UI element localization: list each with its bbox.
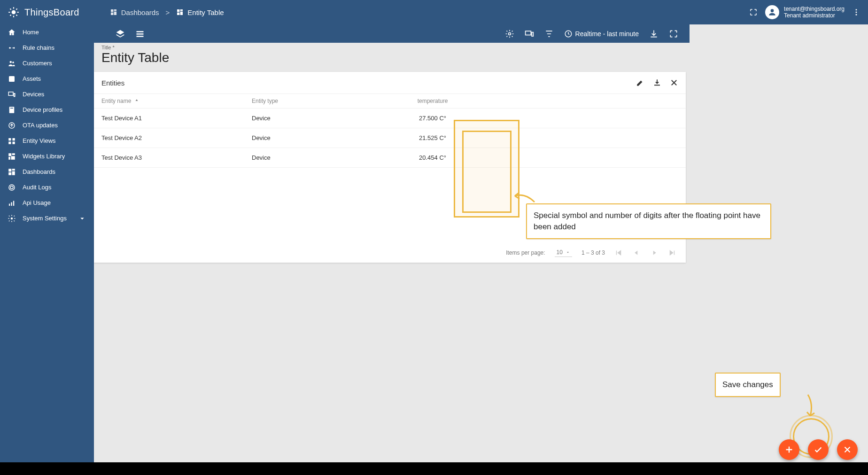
layers-icon[interactable] [116,29,125,39]
svg-rect-14 [137,33,144,35]
fullscreen-icon[interactable] [749,8,758,16]
col-temperature-header[interactable]: temperature [374,98,491,104]
svg-point-45 [11,217,13,219]
sidebar-item-customers[interactable]: Customers [0,55,94,71]
svg-rect-32 [8,153,11,156]
page-title[interactable]: Entity Table [101,50,682,65]
svg-rect-1 [111,9,113,12]
cell-temp: 21.525 C° [374,134,491,141]
dashboard-icon [110,8,117,16]
cell-temp: 27.500 C° [374,115,491,122]
svg-point-11 [856,12,857,13]
fab-add[interactable] [779,439,799,460]
sidebar-item-devices[interactable]: Devices [0,86,94,102]
devices-icon[interactable] [525,29,534,39]
view-icon[interactable] [135,29,145,39]
sidebar-item-label: OTA updates [23,122,58,129]
svg-point-12 [856,14,857,16]
download-icon[interactable] [653,78,661,87]
page-last-icon[interactable] [668,249,676,257]
more-vert-icon[interactable] [852,8,860,16]
table-row[interactable]: Test Device A3 Device 20.454 C° [94,148,686,168]
sidebar-item-label: Assets [23,75,41,82]
sort-up-icon [134,98,140,104]
sidebar-item-label: Widgets Library [23,153,65,160]
sidebar-item-label: Api Usage [23,199,51,206]
sidebar-item-auditlogs[interactable]: Audit Logs [0,179,94,195]
sidebar-item-home[interactable]: Home [0,24,94,40]
svg-rect-30 [8,141,11,144]
svg-rect-2 [114,9,116,11]
svg-rect-39 [12,171,15,175]
breadcrumb-root-label: Dashboards [121,8,159,16]
pager-size-select[interactable]: 10 [555,249,572,257]
svg-point-16 [508,32,511,35]
cell-type: Device [252,154,374,161]
sidebar-item-label: System Settings [23,215,67,222]
svg-rect-15 [137,36,144,37]
expand-icon[interactable] [669,29,678,39]
cell-name: Test Device A2 [101,134,252,141]
svg-rect-7 [177,13,179,15]
user-menu[interactable]: tenant@thingsboard.org Tenant administra… [765,5,845,19]
svg-rect-28 [8,138,11,140]
sidebar-item-apiusage[interactable]: Api Usage [0,195,94,210]
page-next-icon[interactable] [650,249,659,257]
fab-group [779,439,858,460]
svg-rect-44 [13,201,14,206]
cell-type: Device [252,115,374,122]
page-first-icon[interactable] [614,249,623,257]
sidebar-item-dashboards[interactable]: Dashboards [0,164,94,179]
brand-name: ThingsBoard [24,7,79,18]
annotation-save: Save changes [715,373,781,397]
sidebar-item-deviceprofiles[interactable]: Device profiles [0,102,94,117]
paginator: Items per page: 10 1 – 3 of 3 [94,243,686,263]
cell-name: Test Device A1 [101,115,252,122]
col-entity-type-header[interactable]: Entity type [252,98,374,104]
close-icon[interactable] [670,78,678,87]
breadcrumb-root[interactable]: Dashboards [110,8,159,16]
svg-point-40 [9,185,15,190]
clock-icon [564,30,573,38]
svg-rect-3 [111,13,113,15]
timewindow-button[interactable]: Realtime - last minute [564,30,639,38]
fab-apply[interactable] [808,439,829,460]
sidebar-item-label: Device profiles [23,106,62,113]
sidebar-item-rulechains[interactable]: Rule chains [0,40,94,55]
title-field-label: Title * [101,45,682,50]
filter-icon[interactable] [544,29,554,39]
download-icon[interactable] [649,29,659,39]
pager-range: 1 – 3 of 3 [581,249,605,256]
svg-point-20 [10,61,12,63]
sidebar-item-label: Customers [23,60,52,67]
sidebar-item-label: Devices [23,91,44,98]
col-entity-name-header[interactable]: Entity name [101,98,252,104]
svg-rect-33 [12,153,15,155]
svg-rect-18 [532,32,533,36]
edit-icon[interactable] [636,78,644,87]
sidebar-item-ota[interactable]: OTA updates [0,117,94,133]
table-row[interactable]: Test Device A2 Device 21.525 C° [94,128,686,148]
svg-rect-43 [11,202,12,206]
user-email: tenant@thingsboard.org [784,6,845,12]
timewindow-label: Realtime - last minute [575,30,639,38]
annotation-arrow-save [798,392,817,420]
svg-rect-29 [13,138,15,140]
svg-rect-34 [8,156,10,159]
fab-cancel[interactable] [837,439,858,460]
page-prev-icon[interactable] [632,249,641,257]
sidebar-item-system[interactable]: System Settings [0,210,94,226]
chevron-right-icon: > [166,8,170,16]
sidebar-item-widgets[interactable]: Widgets Library [0,148,94,164]
svg-rect-6 [180,9,183,11]
sidebar-item-label: Dashboards [23,168,55,175]
svg-rect-35 [11,156,15,160]
svg-rect-5 [177,9,179,12]
sidebar-item-assets[interactable]: Assets [0,71,94,86]
sidebar-item-entityviews[interactable]: Entity Views [0,133,94,148]
table-row[interactable]: Test Device A1 Device 27.500 C° [94,109,686,128]
gear-icon[interactable] [505,29,514,39]
svg-point-0 [12,10,16,15]
sidebar-item-label: Audit Logs [23,184,51,191]
annotation-temperature: Special symbol and number of digits afte… [526,203,771,239]
